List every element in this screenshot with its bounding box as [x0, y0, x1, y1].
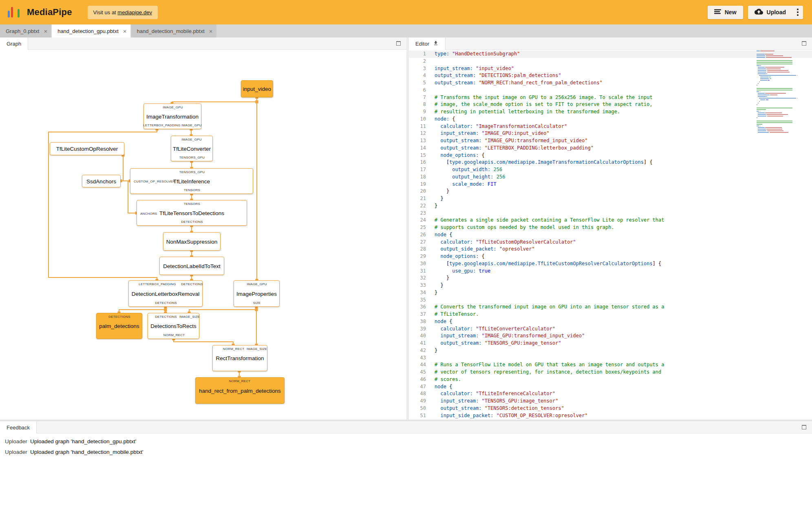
graph-node-DetectionLabelIdToText[interactable]: DetectionLabelIdToText [159, 257, 224, 275]
code-line[interactable]: 30 [type.googleapis.com/mediapipe.TfLite… [409, 260, 812, 268]
code-line[interactable]: 2 [409, 58, 812, 65]
upload-button[interactable]: Upload [748, 6, 792, 19]
code-line[interactable]: 26node { [409, 231, 812, 239]
graph-node-input_video[interactable]: input_video [241, 80, 273, 97]
code-line[interactable]: 45# vector of tensors representing, for … [409, 369, 812, 376]
code-line[interactable]: 40 input_stream: "IMAGE_GPU:transformed_… [409, 332, 812, 340]
code-line[interactable]: 22} [409, 202, 812, 210]
close-tab-icon[interactable]: × [123, 28, 127, 34]
download-icon[interactable] [433, 40, 439, 47]
node-title: DetectionLetterboxRemoval [132, 290, 200, 297]
graph-node-DetectionLetterboxRemoval[interactable]: LETTERBOX_PADDINGDETECTIONSDETECTIONSDet… [128, 280, 203, 307]
code-line[interactable]: 33 } [409, 282, 812, 289]
expand-feedback-icon[interactable] [802, 425, 806, 429]
code-line[interactable]: 32 } [409, 275, 812, 282]
code-line[interactable]: 4output_stream: "DETECTIONS:palm_detecti… [409, 72, 812, 79]
code-line[interactable]: 3input_stream: "input_video" [409, 65, 812, 73]
code-line[interactable]: 41 output_stream: "TENSORS_GPU:image_ten… [409, 340, 812, 347]
code-text: # vector of tensors representing, for in… [435, 369, 661, 376]
graph-node-TfLiteCustomOpResolver[interactable]: TfLiteCustomOpResolver [50, 142, 124, 155]
code-line[interactable]: 46# scores. [409, 376, 812, 383]
code-line[interactable]: 1type: "HandDetectionSubgraph" [409, 51, 812, 58]
code-line[interactable]: 13 output_stream: "IMAGE_GPU:transformed… [409, 137, 812, 145]
editor-tab[interactable]: Editor [409, 37, 446, 50]
line-number: 19 [409, 181, 426, 188]
code-line[interactable]: 17 output_width: 256 [409, 166, 812, 174]
code-line[interactable]: 9# resulting in potential letterboxing i… [409, 108, 812, 116]
editor-minimap[interactable] [757, 51, 797, 134]
code-line[interactable]: 50 output_stream: "TENSORS:detection_ten… [409, 405, 812, 412]
port-label: TENSORS_GPU [179, 156, 205, 159]
expand-editor-icon[interactable] [802, 41, 806, 46]
close-tab-icon[interactable]: × [44, 28, 47, 34]
code-line[interactable]: 48 calculator: "TfLiteInferenceCalculato… [409, 390, 812, 398]
code-line[interactable]: 18 output_height: 256 [409, 174, 812, 181]
more-menu-icon[interactable] [792, 6, 803, 19]
code-text: input_stream: "input_video" [435, 65, 514, 73]
code-line[interactable]: 12 input_stream: "IMAGE_GPU:input_video" [409, 130, 812, 137]
graph-node-SsdAnchors[interactable]: SsdAnchors [82, 175, 121, 187]
code-line[interactable]: 31 use_gpu: true [409, 268, 812, 275]
code-line[interactable]: 43 [409, 354, 812, 362]
code-line[interactable]: 47node { [409, 383, 812, 391]
graph-node-DetectionsToRects[interactable]: DETECTIONSIMAGE_SIZENORM_RECTDetectionsT… [148, 313, 199, 339]
graph-canvas[interactable]: input_videoIMAGE_GPULETTERBOX_PADDINGIMA… [0, 50, 406, 420]
expand-graph-icon[interactable] [396, 41, 401, 46]
code-line[interactable]: 44# Runs a TensorFlow Lite model on GPU … [409, 361, 812, 369]
code-line[interactable]: 23 [409, 210, 812, 217]
file-tab[interactable]: Graph_0.pbtxt× [0, 24, 51, 37]
code-line[interactable]: 7# Transforms the input image on GPU to … [409, 94, 812, 101]
graph-node-TfLiteTensorsToDetections[interactable]: TENSORSDETECTIONSANCHORSTfLiteTensorsToD… [137, 200, 247, 226]
code-line[interactable]: 34} [409, 289, 812, 297]
file-tab[interactable]: hand_detection_gpu.pbtxt× [52, 24, 130, 37]
graph-node-NonMaxSuppression[interactable]: NonMaxSuppression [163, 232, 221, 251]
code-text: scale_mode: FIT [435, 181, 496, 188]
graph-tab[interactable]: Graph [0, 37, 28, 50]
code-line[interactable]: 37# TfLiteTensor. [409, 311, 812, 318]
close-tab-icon[interactable]: × [209, 28, 213, 34]
graph-node-hand_rect_from_palm_detections[interactable]: NORM_RECThand_rect_from_palm_detections [195, 377, 285, 404]
code-line[interactable]: 24# Generates a single side packet conta… [409, 217, 812, 224]
node-title: TfLiteTensorsToDetections [159, 210, 224, 216]
visit-link-box[interactable]: Visit us at mediapipe.dev [88, 6, 158, 19]
code-line[interactable]: 39 calculator: "TfLiteConverterCalculato… [409, 326, 812, 333]
graph-node-RectTransformation[interactable]: NORM_RECTIMAGE_SIZERectTransformation [212, 345, 267, 371]
line-number: 14 [409, 145, 426, 152]
code-line[interactable]: 15 node_options: { [409, 152, 812, 159]
code-line[interactable]: 28 output_side_packet: "opresolver" [409, 246, 812, 253]
code-line[interactable]: 38node { [409, 318, 812, 326]
code-line[interactable]: 49 input_stream: "TENSORS_GPU:image_tens… [409, 398, 812, 405]
code-line[interactable]: 5output_stream: "NORM_RECT:hand_rect_fro… [409, 79, 812, 87]
code-line[interactable]: 36# Converts the transformed input image… [409, 304, 812, 311]
feedback-source: Uploader [5, 438, 30, 445]
code-line[interactable]: 19 scale_mode: FIT [409, 181, 812, 188]
code-line[interactable]: 51 input_side_packet: "CUSTOM_OP_RESOLVE… [409, 412, 812, 420]
graph-node-TfLiteInference[interactable]: TENSORS_GPUTENSORSCUSTOM_OP_RESOLVERTfLi… [130, 168, 253, 194]
code-line[interactable]: 35 [409, 297, 812, 304]
code-line[interactable]: 20 } [409, 188, 812, 195]
file-tab[interactable]: hand_detection_mobile.pbtxt× [131, 24, 216, 37]
feedback-tab[interactable]: Feedback [0, 421, 37, 433]
graph-node-ImageTransformation[interactable]: IMAGE_GPULETTERBOX_PADDINGIMAGE_GPUImage… [143, 103, 201, 129]
code-line[interactable]: 29 node_options: { [409, 253, 812, 260]
code-line[interactable]: 16 [type.googleapis.com/mediapipe.ImageT… [409, 159, 812, 166]
code-line[interactable]: 21 } [409, 195, 812, 202]
code-line[interactable]: 42} [409, 347, 812, 354]
node-title: SsdAnchors [86, 178, 116, 184]
code-line[interactable]: 14 output_stream: "LETTERBOX_PADDING:let… [409, 145, 812, 152]
graph-node-ImageProperties[interactable]: IMAGE_GPUSIZEImageProperties [234, 280, 280, 307]
visit-link[interactable]: mediapipe.dev [117, 9, 152, 15]
code-line[interactable]: 10node: { [409, 116, 812, 123]
new-button[interactable]: New [708, 6, 743, 19]
graph-node-palm_detections[interactable]: DETECTIONSpalm_detections [96, 313, 142, 339]
code-editor[interactable]: 1type: "HandDetectionSubgraph"23input_st… [409, 50, 812, 420]
code-line[interactable]: 27 calculator: "TfLiteCustomOpResolverCa… [409, 239, 812, 246]
line-number: 9 [409, 108, 426, 116]
code-line[interactable]: 8# image, the scale_mode option is set t… [409, 101, 812, 108]
code-line[interactable]: 11 calculator: "ImageTransformationCalcu… [409, 123, 812, 130]
line-number: 6 [409, 87, 426, 94]
graph-node-TfLiteConverter[interactable]: IMAGE_GPUTENSORS_GPUTfLiteConverter [171, 136, 213, 161]
code-line[interactable]: 6 [409, 87, 812, 94]
line-number: 45 [409, 369, 426, 376]
code-line[interactable]: 25# supports custom ops needed by the mo… [409, 224, 812, 231]
